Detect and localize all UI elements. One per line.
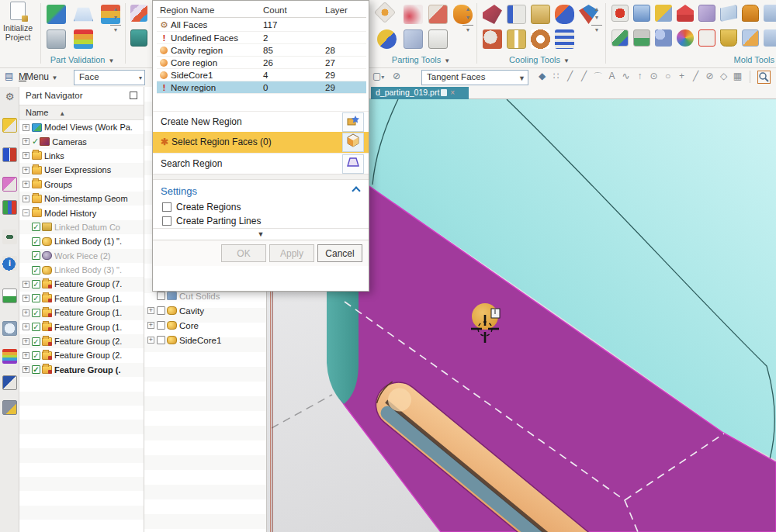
trim-mold-components-icon[interactable] <box>611 29 629 47</box>
region-row-cavity[interactable]: Cavity region 8528 <box>157 44 366 57</box>
cooling-extend-icon[interactable] <box>483 29 502 49</box>
expander-icon[interactable]: + <box>23 124 29 131</box>
column-region-name[interactable]: Region Name <box>157 4 260 18</box>
cooling-tools-group-label[interactable]: Cooling Tools▼ <box>478 55 601 64</box>
tab-close-icon[interactable]: × <box>450 88 455 97</box>
tree-item-feature-group[interactable]: +✓Feature Group (1. <box>19 320 144 333</box>
create-parting-lines-checkbox-row[interactable]: Create Parting Lines <box>153 214 369 228</box>
tree-item-model-history[interactable]: −Model History <box>19 206 144 219</box>
part-validation-group-label[interactable]: Part Validation▼ <box>39 55 126 64</box>
check-wall-thickness-icon[interactable] <box>47 5 66 24</box>
tree-item-cameras[interactable]: +✓Cameras <box>19 134 144 148</box>
create-parting-lines-checkbox[interactable] <box>162 216 171 226</box>
more-mold-tool-icon[interactable] <box>764 29 776 47</box>
workpiece-icon[interactable] <box>633 5 650 22</box>
tree-item-feature-group[interactable]: +✓Feature Group (7. <box>19 277 144 291</box>
tree-item-model-views[interactable]: +Model Views (Work Pa. <box>19 120 144 134</box>
gallery-scroll-arrows[interactable]: ▲▼▼ <box>462 5 473 34</box>
checked-checkbox-icon[interactable]: ✓ <box>32 309 40 317</box>
region-row-new-region-selected[interactable]: !New region 029 <box>157 81 366 94</box>
bounded-plane-icon[interactable] <box>742 5 759 22</box>
point-on-curve-icon[interactable]: ╱ <box>689 71 702 81</box>
cooling-plug-icon[interactable] <box>507 29 526 49</box>
tree-item-linked-body-1[interactable]: ✓Linked Body (1) ". <box>19 234 144 248</box>
expander-icon[interactable]: + <box>23 167 29 174</box>
region-row-core[interactable]: Core region 2627 <box>157 57 366 69</box>
tree-item-non-timestamp[interactable]: +Non-timestamp Geom <box>19 192 144 206</box>
web-browser-icon[interactable] <box>2 288 17 303</box>
more-mold-tool-icon[interactable] <box>764 5 776 22</box>
tree-item-work-piece[interactable]: ✓Work Piece (2) <box>19 249 144 263</box>
region-row-sidecore1[interactable]: SideCore1 429 <box>157 69 366 81</box>
part-navigator-icon[interactable] <box>2 118 17 133</box>
active-document-tab[interactable]: d_parting_019.prt× <box>371 87 469 99</box>
expander-icon[interactable]: + <box>23 366 29 373</box>
expander-icon[interactable]: + <box>23 152 29 159</box>
tree-item-user-expressions[interactable]: +User Expressions <box>19 163 144 177</box>
apply-button[interactable]: Apply <box>269 244 314 262</box>
tree-item-linked-datum[interactable]: ✓Linked Datum Co <box>19 220 144 234</box>
tree-item-feature-group[interactable]: +✓Feature Group (2. <box>19 348 144 362</box>
define-regions-icon[interactable] <box>377 29 397 49</box>
panel-pin-icon[interactable] <box>130 92 137 99</box>
expander-icon[interactable]: + <box>23 338 29 345</box>
color-faces-icon[interactable] <box>677 29 694 47</box>
expander-icon[interactable]: + <box>23 281 29 288</box>
create-regions-checkbox-row[interactable]: Create Regions <box>153 200 369 214</box>
grid-point-icon[interactable]: ▦ <box>731 71 744 81</box>
cooling-pattern-icon[interactable] <box>507 5 526 24</box>
auto-judge-point-icon[interactable]: A <box>605 71 618 81</box>
color-palette-icon[interactable] <box>2 349 17 364</box>
tree-item-linked-body-3[interactable]: ✓Linked Body (3) ". <box>19 263 144 277</box>
initialize-project-button[interactable]: Initialize Project <box>0 2 36 62</box>
design-parting-line-icon[interactable] <box>404 5 423 24</box>
intersection-point-icon[interactable]: + <box>675 71 688 81</box>
cooling-channel-icon[interactable] <box>483 5 502 24</box>
gallery-scroll-arrows[interactable]: ▲▼▼ <box>591 5 602 34</box>
pattern-tool-icon[interactable] <box>130 5 147 22</box>
column-layer[interactable]: Layer <box>322 4 366 18</box>
name-column-header[interactable]: Name▲ <box>19 105 144 120</box>
scope-filter-combo[interactable]: Tangent Faces▼ <box>421 70 528 85</box>
cooling-circuit-icon[interactable] <box>555 29 574 49</box>
unchecked-checkbox-icon[interactable] <box>157 292 165 300</box>
unchecked-checkbox-icon[interactable] <box>157 321 165 330</box>
check-regions-icon[interactable] <box>74 5 93 24</box>
cooling-connect-icon[interactable] <box>531 5 550 24</box>
menu-button[interactable]: MMenu ▼ <box>19 71 57 82</box>
parting-navigator-icon[interactable] <box>428 29 448 49</box>
expander-icon[interactable]: + <box>23 323 29 330</box>
cavity-core-icon[interactable] <box>611 5 629 22</box>
check-mold-part-icon[interactable] <box>47 29 66 49</box>
cancel-button[interactable]: Cancel <box>317 244 362 262</box>
core-insert-icon[interactable] <box>633 29 650 47</box>
scatter-point-icon[interactable]: ∷ <box>549 71 563 81</box>
tree-item-feature-group[interactable]: +✓Feature Group (1. <box>19 306 144 320</box>
tree-item-groups[interactable]: +Groups <box>19 178 144 192</box>
expander-icon[interactable]: + <box>23 352 29 359</box>
checked-checkbox-icon[interactable]: ✓ <box>32 337 40 346</box>
tree-item-sidecore1[interactable]: +SideCore1 <box>144 333 266 347</box>
unchecked-checkbox-icon[interactable] <box>157 336 165 344</box>
checked-checkbox-icon[interactable]: ✓ <box>32 323 40 331</box>
region-row-undefined-faces[interactable]: !Undefined Faces 2 <box>157 32 366 44</box>
expander-icon[interactable]: + <box>23 295 29 302</box>
checked-checkbox-icon[interactable]: ✓ <box>32 365 40 374</box>
select-region-faces-button[interactable] <box>342 133 364 152</box>
enlarge-surface-icon[interactable] <box>720 5 737 22</box>
expander-icon[interactable]: + <box>23 138 29 145</box>
measure-icon[interactable] <box>2 375 17 390</box>
create-regions-checkbox[interactable] <box>162 202 171 212</box>
cooling-fitting-icon[interactable] <box>555 5 574 24</box>
selection-filter-icon[interactable]: ▢▾ <box>372 71 384 81</box>
type-filter-combo[interactable]: Face▾ <box>74 70 145 85</box>
pocket-tool-icon[interactable] <box>655 29 672 47</box>
circle-icon[interactable]: ○ <box>661 71 674 81</box>
ok-button[interactable]: OK <box>221 244 266 262</box>
assembly-navigator-icon[interactable] <box>2 177 17 192</box>
checked-checkbox-icon[interactable]: ✓ <box>32 223 40 231</box>
region-row-all-faces[interactable]: ⚙All Faces 117 <box>157 18 366 32</box>
insert-auxiliary-icon[interactable] <box>655 5 672 22</box>
spline-point-icon[interactable]: ∿ <box>619 71 632 81</box>
checked-checkbox-icon[interactable]: ✓ <box>32 266 40 275</box>
